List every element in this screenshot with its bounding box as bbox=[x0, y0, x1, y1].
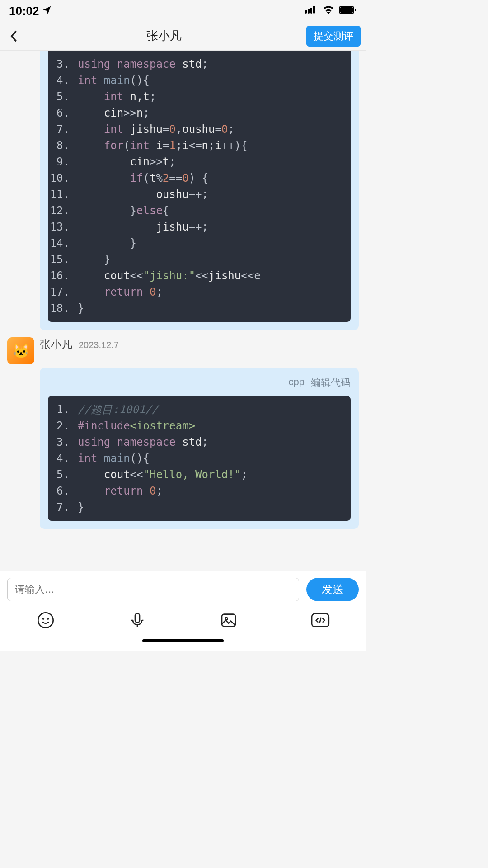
svg-rect-15 bbox=[222, 614, 235, 627]
input-bar: 发送 bbox=[0, 571, 366, 605]
chat-scroll-area[interactable]: 3.using namespace std;4.int main(){5. in… bbox=[0, 51, 366, 571]
code-message: cpp编辑代码1.//题目:1001//2.#include<iostream>… bbox=[40, 368, 359, 529]
send-button[interactable]: 发送 bbox=[306, 578, 359, 601]
signal-icon bbox=[305, 6, 318, 16]
svg-rect-9 bbox=[340, 7, 353, 13]
attachment-toolbar bbox=[0, 605, 366, 639]
code-icon[interactable] bbox=[310, 609, 331, 631]
code-block[interactable]: 1.//题目:1001//2.#include<iostream>3.using… bbox=[48, 396, 351, 521]
code-block[interactable]: 3.using namespace std;4.int main(){5. in… bbox=[48, 51, 351, 322]
location-icon bbox=[42, 4, 52, 18]
svg-point-11 bbox=[38, 613, 53, 627]
svg-rect-6 bbox=[310, 8, 312, 13]
edit-code-button[interactable]: 编辑代码 bbox=[311, 376, 351, 390]
sender-name: 张小凡 bbox=[40, 337, 72, 352]
voice-icon[interactable] bbox=[127, 609, 148, 631]
avatar[interactable]: 🐱 bbox=[7, 337, 34, 364]
svg-rect-14 bbox=[135, 613, 140, 623]
emoji-icon[interactable] bbox=[35, 609, 56, 631]
back-button[interactable] bbox=[5, 28, 22, 44]
message-date: 2023.12.7 bbox=[79, 340, 119, 350]
battery-icon bbox=[339, 5, 357, 16]
svg-rect-10 bbox=[355, 9, 356, 11]
nav-header: 张小凡 提交测评 bbox=[0, 22, 366, 51]
status-time: 10:02 bbox=[9, 4, 39, 18]
code-message: 3.using namespace std;4.int main(){5. in… bbox=[40, 51, 359, 330]
svg-rect-4 bbox=[305, 10, 307, 13]
page-title: 张小凡 bbox=[146, 28, 182, 44]
svg-point-12 bbox=[43, 618, 44, 619]
svg-rect-5 bbox=[308, 9, 310, 13]
code-lang-label: cpp bbox=[289, 376, 305, 390]
submit-review-button[interactable]: 提交测评 bbox=[306, 26, 361, 47]
svg-point-13 bbox=[47, 618, 48, 619]
image-icon[interactable] bbox=[218, 609, 239, 631]
home-indicator bbox=[0, 639, 366, 651]
status-bar: 10:02 bbox=[0, 0, 366, 22]
svg-rect-7 bbox=[313, 6, 315, 13]
message-input[interactable] bbox=[7, 578, 299, 601]
wifi-icon bbox=[323, 5, 334, 16]
